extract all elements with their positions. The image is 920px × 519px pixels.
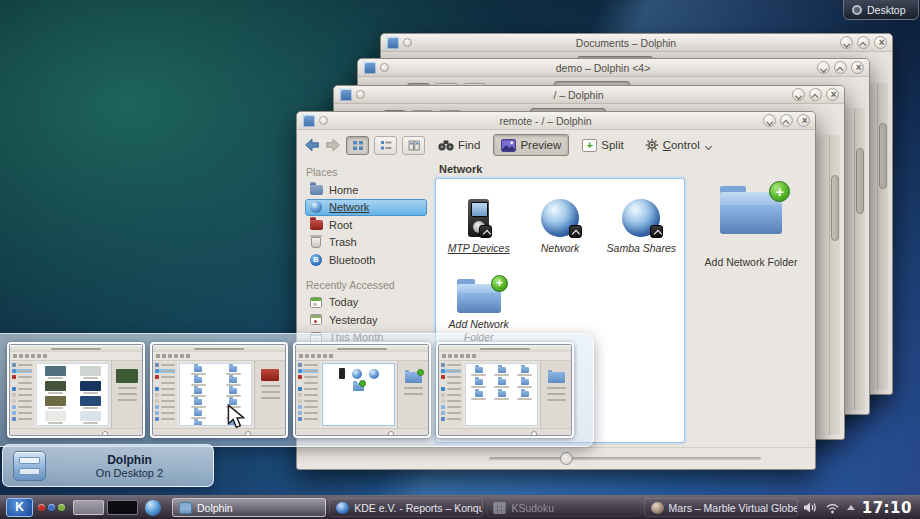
- add-network-folder-icon: +: [457, 284, 501, 313]
- thumb-m-row: [441, 363, 461, 367]
- item-mtp-devices[interactable]: MTP Devices: [438, 189, 519, 255]
- window-thumbnail-folders[interactable]: [150, 342, 288, 438]
- scrollbar[interactable]: [829, 135, 840, 435]
- minimize-button[interactable]: [817, 61, 830, 74]
- task-marble[interactable]: Mars – Marble Virtual Globe: [644, 498, 798, 517]
- back-button[interactable]: [304, 138, 320, 152]
- thumb-m-cell: [514, 391, 535, 400]
- desktop-toolbox-button[interactable]: Desktop: [843, 0, 919, 20]
- window-titlebar[interactable]: demo – Dolphin <4> ×: [358, 59, 869, 77]
- thumb-m-ic: [441, 381, 445, 385]
- preview-button[interactable]: Preview: [493, 134, 569, 156]
- globe-widget-icon[interactable]: [145, 500, 161, 516]
- close-icon: ×: [798, 114, 811, 127]
- scrollbar[interactable]: [877, 83, 888, 390]
- pager-desktop-2[interactable]: [107, 500, 138, 515]
- find-button[interactable]: Find: [430, 134, 488, 156]
- maximize-button[interactable]: [834, 61, 847, 74]
- thumb-m-ic: [155, 399, 159, 403]
- minimize-button[interactable]: [792, 88, 805, 101]
- kde-launcher-button[interactable]: K: [6, 498, 33, 517]
- thumb-m-folder: [498, 367, 506, 373]
- thumb-m-cell: [39, 396, 71, 409]
- pager-desktop-1[interactable]: [73, 500, 104, 515]
- control-button[interactable]: Control: [637, 134, 719, 156]
- window-thumbnail-network[interactable]: [293, 342, 431, 438]
- thumb-m-folder: [194, 410, 202, 416]
- thumb-m-bar: [18, 418, 33, 421]
- window-titlebar[interactable]: remote - / – Dolphin ×: [297, 112, 815, 130]
- wifi-icon[interactable]: [825, 502, 840, 514]
- maximize-button[interactable]: [857, 36, 870, 49]
- thumb-m-dot: [186, 354, 190, 358]
- red-activity-icon[interactable]: [38, 504, 45, 511]
- window-title: Documents – Dolphin: [416, 37, 836, 49]
- thumb-m-lbl: [471, 374, 486, 376]
- task-dolphin[interactable]: Dolphin: [172, 498, 326, 517]
- task-konqueror[interactable]: KDE e.V. - Reports – Konqueror: [329, 498, 483, 517]
- thumb-m-lbl: [226, 395, 241, 397]
- thumb-m-bar: [161, 382, 176, 385]
- sidebar-item-yesterday[interactable]: Yesterday: [305, 311, 427, 329]
- maximize-button[interactable]: [780, 114, 793, 127]
- task-ksudoku[interactable]: KSudoku: [486, 498, 640, 517]
- thumb-m-cell: [217, 366, 249, 375]
- thumb-m-side: [439, 361, 463, 428]
- scrollbar[interactable]: [854, 108, 865, 410]
- sidebar-item-root[interactable]: Root: [305, 216, 427, 234]
- thumb-m-dot: [299, 354, 303, 358]
- thumb-m-row: [155, 399, 175, 403]
- window-menu-button[interactable]: [403, 38, 412, 47]
- icons-view-button[interactable]: [346, 136, 369, 155]
- window-titlebar[interactable]: / – Dolphin ×: [334, 86, 844, 104]
- digital-clock[interactable]: 17:10: [862, 499, 912, 517]
- scrollbar-thumb[interactable]: [879, 123, 887, 189]
- sidebar-item-network[interactable]: Network: [305, 199, 427, 217]
- scrollbar-thumb[interactable]: [831, 175, 839, 241]
- scrollbar-thumb[interactable]: [856, 148, 864, 214]
- green-activity-icon[interactable]: [58, 504, 65, 511]
- forward-button[interactable]: [325, 138, 341, 152]
- maximize-button[interactable]: [809, 88, 822, 101]
- window-menu-button[interactable]: [356, 90, 365, 99]
- thumb-m-bar: [447, 394, 462, 397]
- close-button[interactable]: ×: [797, 114, 810, 127]
- thumb-m-cell: [74, 396, 106, 409]
- thumb-m-row: [441, 393, 461, 397]
- window-preview-strip: [0, 333, 594, 447]
- thumb-m-infobar: [118, 399, 137, 401]
- volume-icon[interactable]: [803, 501, 818, 514]
- window-titlebar[interactable]: Documents – Dolphin ×: [381, 34, 892, 52]
- item-network[interactable]: Network: [519, 189, 600, 255]
- columns-view-button[interactable]: [402, 136, 425, 155]
- tray-expand-icon[interactable]: [847, 505, 855, 510]
- taskbar-tooltip: Dolphin On Desktop 2: [2, 444, 214, 487]
- details-view-button[interactable]: [374, 136, 397, 155]
- window-thumbnail-images[interactable]: [7, 342, 145, 438]
- thumb-m-dot: [174, 354, 178, 358]
- thumb-m-cell: [39, 411, 71, 424]
- sidebar-item-today[interactable]: Today: [305, 294, 427, 312]
- item-samba-shares[interactable]: Samba Shares: [601, 189, 682, 255]
- split-button[interactable]: + Split: [574, 134, 631, 156]
- window-menu-button[interactable]: [380, 63, 389, 72]
- zoom-slider[interactable]: [489, 457, 761, 460]
- close-button[interactable]: ×: [826, 88, 839, 101]
- close-button[interactable]: ×: [874, 36, 887, 49]
- zoom-slider-handle[interactable]: [560, 452, 573, 465]
- thumb-m-row: [441, 417, 461, 421]
- close-button[interactable]: ×: [851, 61, 864, 74]
- sidebar-item-bluetooth[interactable]: B Bluetooth: [305, 251, 427, 269]
- gear-icon: [645, 138, 659, 152]
- link-emblem-icon: [650, 225, 663, 238]
- window-menu-button[interactable]: [319, 116, 328, 125]
- thumb-m-ic: [12, 411, 16, 415]
- blue-activity-icon[interactable]: [48, 504, 55, 511]
- window-thumbnail-home[interactable]: [436, 342, 574, 438]
- sidebar-item-trash[interactable]: Trash: [305, 234, 427, 252]
- thumb-m-sw: [45, 381, 66, 391]
- thumb-m-bar: [304, 400, 319, 403]
- minimize-button[interactable]: [763, 114, 776, 127]
- sidebar-item-home[interactable]: Home: [305, 181, 427, 199]
- minimize-button[interactable]: [840, 36, 853, 49]
